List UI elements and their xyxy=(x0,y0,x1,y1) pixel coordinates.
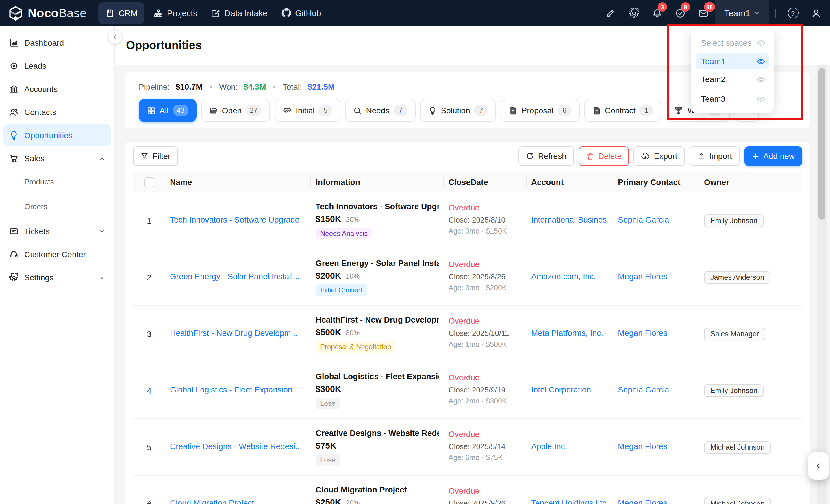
table-row[interactable]: 6 Cloud Migration Project Cloud Migratio… xyxy=(133,475,802,504)
filter-button[interactable]: Filter xyxy=(133,146,178,166)
contract-icon xyxy=(592,106,601,115)
team-space-selector[interactable]: Team1 xyxy=(715,0,769,26)
sidebar-item-sales[interactable]: Sales xyxy=(3,147,111,169)
sidebar-item-tickets[interactable]: Tickets xyxy=(3,220,111,242)
close-date: Close: 2025/8/10 xyxy=(449,216,522,224)
space-option-team3[interactable]: Team3 xyxy=(696,91,769,107)
help-button[interactable]: ? xyxy=(781,0,805,26)
primary-contact-link[interactable]: Sophia Garcia xyxy=(618,385,669,394)
tab-proposal[interactable]: Proposal 6 xyxy=(501,99,580,122)
space-option-label: Team1 xyxy=(701,57,757,66)
account-link[interactable]: Tencent Holdings Ltc xyxy=(531,498,606,504)
sidebar-item-leads[interactable]: Leads xyxy=(3,55,111,77)
space-option-team2[interactable]: Team2 xyxy=(696,71,769,87)
opportunity-name-link[interactable]: Global Logistics - Fleet Expansion xyxy=(170,385,292,394)
filter-icon xyxy=(140,152,149,160)
space-option-label: Team3 xyxy=(701,94,757,103)
owner-tag[interactable]: James Anderson xyxy=(704,271,770,284)
sidebar-item-contacts[interactable]: Contacts xyxy=(3,101,111,123)
form-icon xyxy=(211,8,221,18)
tab-open[interactable]: Open 27 xyxy=(201,99,269,122)
opportunity-name-link[interactable]: Green Energy - Solar Panel Install... xyxy=(170,272,299,281)
owner-tag[interactable]: Michael Johnson xyxy=(704,497,771,504)
add-new-button-label: Add new xyxy=(763,151,795,161)
nav-item-crm[interactable]: CRM xyxy=(98,2,145,24)
space-option-team1[interactable]: Team1 xyxy=(696,53,769,69)
tasks-button[interactable]: 9 xyxy=(669,0,692,26)
chevron-down-icon xyxy=(99,274,105,281)
settings-button[interactable] xyxy=(622,0,646,26)
refresh-button[interactable]: Refresh xyxy=(518,146,574,166)
opportunity-name-link[interactable]: Creative Designs - Website Redesi... xyxy=(170,442,302,451)
tab-all[interactable]: All 43 xyxy=(139,99,196,122)
primary-contact-link[interactable]: Megan Flores xyxy=(618,272,667,281)
messages-button[interactable]: 98 xyxy=(692,0,715,26)
table-row[interactable]: 5 Creative Designs - Website Redesi... C… xyxy=(133,419,802,475)
account-link[interactable]: Meta Platforms, Inc. xyxy=(531,328,603,338)
account-link[interactable]: International Busines xyxy=(531,215,607,224)
account-link[interactable]: Intel Corporation xyxy=(531,385,591,394)
sidebar-item-opportunities[interactable]: Opportunities xyxy=(3,124,111,146)
nav-item-data-intake[interactable]: Data Intake xyxy=(204,0,274,26)
account-link[interactable]: Amazon.com, Inc. xyxy=(531,272,596,281)
ticket-icon xyxy=(9,227,19,236)
tab-label: Needs xyxy=(366,106,389,115)
add-new-button[interactable]: Add new xyxy=(744,146,802,166)
tab-initial[interactable]: Initial 5 xyxy=(274,99,341,122)
primary-contact-link[interactable]: Megan Flores xyxy=(618,328,667,338)
side-panel-expand-button[interactable] xyxy=(808,452,829,480)
column-header-primary-contact: Primary Contact xyxy=(613,172,699,192)
owner-tag[interactable]: Michael Johnson xyxy=(704,441,771,453)
cell-information: Global Logistics - Fleet Expansion $300K… xyxy=(311,362,444,419)
owner-tag[interactable]: Sales Manager xyxy=(704,327,765,340)
primary-contact-link[interactable]: Megan Flores xyxy=(618,442,667,451)
sidebar-item-dashboard[interactable]: Dashboard xyxy=(3,32,111,54)
column-header-account: Account xyxy=(526,172,613,192)
vertical-scrollbar-track[interactable] xyxy=(817,65,827,504)
eye-icon[interactable] xyxy=(757,94,765,103)
sidebar-item-customer-center[interactable]: Customer Center xyxy=(3,243,111,265)
opportunity-name-link[interactable]: Cloud Migration Project xyxy=(170,498,254,504)
cell-information: Cloud Migration Project $250K 20% Needs … xyxy=(311,475,444,504)
opportunity-name-link[interactable]: Tech Innovators - Software Upgrade xyxy=(170,215,299,224)
sidebar-item-orders[interactable]: Orders xyxy=(3,195,111,217)
owner-tag[interactable]: Emily Johnson xyxy=(704,384,764,397)
sidebar-collapse-button[interactable] xyxy=(108,30,122,44)
account-button[interactable] xyxy=(805,0,828,26)
eye-icon[interactable] xyxy=(757,75,765,84)
delete-button[interactable]: Delete xyxy=(579,146,629,166)
cart-icon xyxy=(9,154,19,163)
overdue-label: Overdue xyxy=(449,430,522,439)
table-row[interactable]: 3 HealthFirst - New Drug Developm... Hea… xyxy=(133,306,802,362)
account-link[interactable]: Apple Inc. xyxy=(531,442,567,451)
tab-solution[interactable]: Solution 7 xyxy=(420,99,496,122)
sidebar-item-products[interactable]: Products xyxy=(3,170,111,192)
primary-contact-link[interactable]: Megan Flores xyxy=(618,498,667,504)
nocobase-cube-icon xyxy=(8,5,23,21)
select-all-checkbox[interactable] xyxy=(144,178,154,187)
table-row[interactable]: 4 Global Logistics - Fleet Expansion Glo… xyxy=(133,362,802,419)
nav-item-projects[interactable]: Projects xyxy=(147,0,204,26)
tab-needs[interactable]: Needs 7 xyxy=(345,99,415,122)
primary-contact-link[interactable]: Sophia Garcia xyxy=(618,215,669,224)
sidebar-item-settings[interactable]: Settings xyxy=(3,266,111,288)
owner-tag[interactable]: Emily Johnson xyxy=(704,214,764,227)
folder-icon xyxy=(209,106,218,115)
tab-contract[interactable]: Contract 1 xyxy=(584,99,662,122)
eye-icon[interactable] xyxy=(757,57,765,66)
vertical-scrollbar-thumb[interactable] xyxy=(819,68,825,220)
table-row[interactable]: 2 Green Energy - Solar Panel Install... … xyxy=(133,249,802,306)
sidebar-item-accounts[interactable]: Accounts xyxy=(3,78,111,100)
import-button[interactable]: Import xyxy=(690,146,739,166)
viewport: NocoBase CRM Projects Data Intake GitHub xyxy=(0,0,830,504)
export-button[interactable]: Export xyxy=(634,146,685,166)
eye-icon[interactable] xyxy=(757,38,765,47)
nocobase-crm-screen: NocoBase CRM Projects Data Intake GitHub xyxy=(0,0,830,504)
table-row[interactable]: 1 Tech Innovators - Software Upgrade Tec… xyxy=(133,192,802,249)
highlighter-button[interactable] xyxy=(599,0,622,26)
nocobase-logo[interactable]: NocoBase xyxy=(0,5,96,21)
opportunity-name-link[interactable]: HealthFirst - New Drug Developm... xyxy=(170,328,298,338)
nav-item-github[interactable]: GitHub xyxy=(274,0,328,26)
cell-spacer xyxy=(761,192,802,249)
notifications-button[interactable]: 3 xyxy=(646,0,669,26)
